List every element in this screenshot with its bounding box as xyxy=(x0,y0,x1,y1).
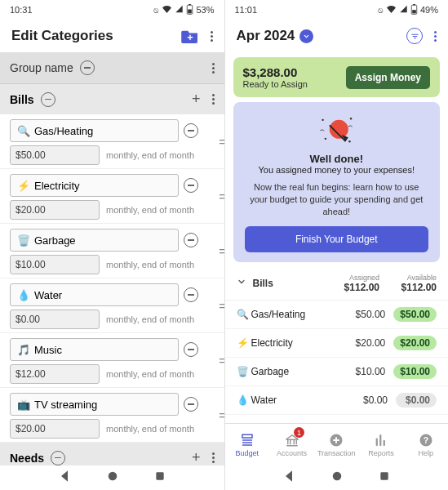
group-title: Needs xyxy=(10,452,44,465)
tab-label: Transaction xyxy=(317,449,356,457)
android-navbar xyxy=(0,466,224,490)
remove-circle-icon[interactable] xyxy=(80,60,95,75)
home-button[interactable] xyxy=(331,470,343,485)
budget-row[interactable]: 💧 Water $0.00 $0.00 xyxy=(225,386,449,415)
more-icon[interactable] xyxy=(212,63,215,74)
budget-row-name: Electricity xyxy=(251,337,341,349)
finish-budget-button[interactable]: Finish Your Budget xyxy=(245,226,429,252)
assign-money-button[interactable]: Assign Money xyxy=(346,66,430,89)
category-name: Electricity xyxy=(34,180,80,192)
tab-bar: Budget Accounts 1 Transaction Reports ? … xyxy=(225,423,449,466)
budget-row[interactable]: ⚡ Electricity $20.00 $20.00 xyxy=(225,329,449,358)
help-icon: ? xyxy=(419,433,433,448)
category-item: 💧 Water $0.00 monthly, end of month = xyxy=(0,278,224,333)
tab-budget[interactable]: Budget xyxy=(225,424,270,466)
add-category-icon[interactable]: + xyxy=(192,91,201,108)
category-name: Gas/Heating xyxy=(34,125,93,137)
filter-icon[interactable] xyxy=(406,28,423,44)
category-amount-input[interactable]: $20.00 xyxy=(10,200,100,220)
more-icon[interactable] xyxy=(434,31,437,42)
budget-row[interactable]: 🔍 Gas/Heating $50.00 $50.00 xyxy=(225,301,449,329)
status-bar: 10:31 ⍉ 53% xyxy=(0,0,224,20)
category-name-input[interactable]: 📺 TV streaming xyxy=(10,393,179,416)
category-name: Water xyxy=(34,289,62,301)
category-emoji-icon: 📺 xyxy=(17,399,30,411)
assigned-header: Assigned xyxy=(330,274,379,282)
svg-rect-7 xyxy=(412,10,416,13)
category-emoji-icon: 💧 xyxy=(237,394,251,406)
month-dropdown-icon[interactable] xyxy=(299,29,313,43)
tab-label: Reports xyxy=(368,449,394,457)
section-name: Bills xyxy=(253,278,331,289)
tab-accounts[interactable]: Accounts 1 xyxy=(269,424,314,466)
category-list[interactable]: Group name Bills + 🔍 Gas/Heating $ xyxy=(0,52,224,466)
category-name-input[interactable]: 💧 Water xyxy=(10,283,179,306)
reports-icon xyxy=(374,433,388,448)
add-group-icon[interactable] xyxy=(181,29,199,43)
category-amount-input[interactable]: $20.00 xyxy=(10,419,100,439)
vpn-icon: ⍉ xyxy=(378,5,384,15)
welldone-subtitle: You assigned money to your expenses! xyxy=(245,165,429,175)
svg-point-8 xyxy=(330,120,348,139)
android-navbar xyxy=(225,466,449,490)
category-name: TV streaming xyxy=(34,399,97,411)
page-title: Edit Categories xyxy=(11,28,113,44)
svg-point-10 xyxy=(350,118,352,119)
category-frequency: monthly, end of month xyxy=(106,260,194,270)
svg-rect-1 xyxy=(189,4,192,5)
back-button[interactable] xyxy=(58,470,71,486)
svg-rect-6 xyxy=(413,4,415,5)
group-name-label: Group name xyxy=(10,61,73,74)
tab-help[interactable]: ? Help xyxy=(403,424,448,466)
category-name-input[interactable]: 🔍 Gas/Heating xyxy=(10,119,179,142)
category-emoji-icon: ⚡ xyxy=(17,180,30,192)
more-icon[interactable] xyxy=(212,452,215,463)
category-amount-input[interactable]: $10.00 xyxy=(10,255,100,274)
remove-circle-icon[interactable] xyxy=(184,178,198,193)
category-item: 🎵 Music $12.00 monthly, end of month = xyxy=(0,333,224,388)
remove-circle-icon[interactable] xyxy=(184,397,198,412)
remove-circle-icon[interactable] xyxy=(184,123,198,138)
remove-circle-icon[interactable] xyxy=(184,287,198,302)
budget-row-available: $0.00 xyxy=(396,393,437,408)
category-name-input[interactable]: ⚡ Electricity xyxy=(10,174,179,197)
bills-section-header[interactable]: Bills Assigned $112.00 Available $112.00 xyxy=(225,267,449,301)
tab-badge: 1 xyxy=(294,427,304,438)
battery-percent: 53% xyxy=(196,5,214,15)
svg-rect-2 xyxy=(189,9,193,13)
budget-row-name: Water xyxy=(251,394,344,406)
more-icon[interactable] xyxy=(212,94,215,105)
month-title[interactable]: Apr 2024 xyxy=(237,28,295,44)
more-icon[interactable] xyxy=(211,31,213,42)
tab-transaction[interactable]: Transaction xyxy=(314,424,359,466)
tab-reports[interactable]: Reports xyxy=(359,424,404,466)
group-header[interactable]: Needs + xyxy=(0,443,224,466)
battery-percent: 49% xyxy=(420,5,438,15)
recents-button[interactable] xyxy=(379,470,390,485)
remove-circle-icon[interactable] xyxy=(184,342,198,357)
remove-circle-icon[interactable] xyxy=(51,451,65,466)
category-amount-input[interactable]: $50.00 xyxy=(10,145,100,165)
remove-circle-icon[interactable] xyxy=(184,233,198,247)
add-category-icon[interactable]: + xyxy=(192,449,201,466)
svg-point-9 xyxy=(322,119,324,121)
transaction-icon xyxy=(329,433,344,448)
group-name-row[interactable]: Group name xyxy=(0,52,224,84)
assign-amount: $3,288.00 xyxy=(243,65,308,79)
group-header[interactable]: Bills + xyxy=(0,84,224,114)
remove-circle-icon[interactable] xyxy=(41,92,55,107)
budget-row[interactable]: 🗑️ Garbage $10.00 $10.00 xyxy=(225,358,449,386)
recents-button[interactable] xyxy=(154,470,166,485)
category-amount-input[interactable]: $0.00 xyxy=(10,310,100,329)
category-amount-input[interactable]: $12.00 xyxy=(10,364,100,384)
svg-rect-4 xyxy=(157,472,164,479)
category-item: 🗑️ Garbage $10.00 monthly, end of month … xyxy=(0,224,224,278)
category-name-input[interactable]: 🎵 Music xyxy=(10,338,179,361)
category-frequency: monthly, end of month xyxy=(106,314,194,324)
budget-scroll[interactable]: $3,288.00 Ready to Assign Assign Money xyxy=(225,52,449,423)
home-button[interactable] xyxy=(107,470,118,485)
battery-icon xyxy=(410,4,418,16)
back-button[interactable] xyxy=(282,470,295,486)
category-name-input[interactable]: 🗑️ Garbage xyxy=(10,229,179,252)
chevron-down-icon xyxy=(237,277,246,289)
